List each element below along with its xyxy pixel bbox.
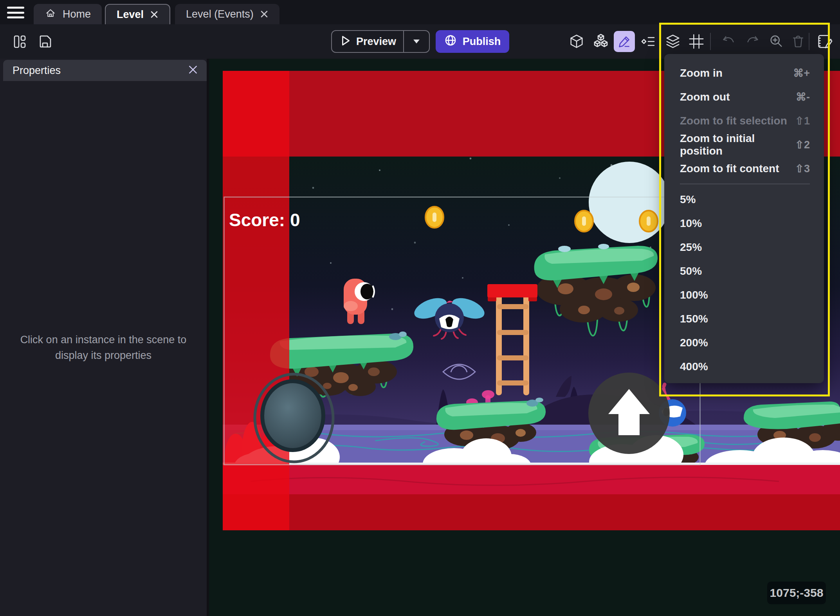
menu-item-zoom-200[interactable]: 200% xyxy=(664,331,824,355)
properties-empty-message: Click on an instance in the scene to dis… xyxy=(0,332,207,363)
properties-panel-header: Properties xyxy=(3,60,207,81)
toolbar-separator xyxy=(710,33,711,50)
level-bound-left xyxy=(223,71,289,530)
menu-item-zoom-10[interactable]: 10% xyxy=(664,211,824,235)
level-bound-bottom xyxy=(223,465,840,530)
redo-icon[interactable] xyxy=(742,31,763,52)
menu-item-zoom-400[interactable]: 400% xyxy=(664,355,824,378)
menu-item-zoom-50[interactable]: 50% xyxy=(664,259,824,283)
tab-home[interactable]: Home xyxy=(34,4,102,24)
preview-label: Preview xyxy=(356,36,396,48)
publish-label: Publish xyxy=(463,36,501,48)
tab-label: Level xyxy=(117,9,144,21)
moon[interactable] xyxy=(589,162,670,243)
menu-item-zoom-100[interactable]: 100% xyxy=(664,283,824,307)
toolbar: Preview Publish xyxy=(0,24,840,59)
score-text: Score: 0 xyxy=(229,210,300,230)
preview-button[interactable]: Preview xyxy=(331,30,430,53)
main-menu-icon[interactable] xyxy=(6,5,25,20)
tab-level[interactable]: Level xyxy=(105,4,170,24)
toggle-panels-icon[interactable] xyxy=(9,31,30,52)
tab-label: Home xyxy=(63,8,91,20)
preview-main[interactable]: Preview xyxy=(332,31,403,52)
home-icon xyxy=(45,7,56,22)
joystick-control[interactable] xyxy=(255,374,333,462)
gdevelop-editor: Home Level Level (Events) xyxy=(0,0,840,616)
save-icon[interactable] xyxy=(34,31,56,52)
object-3d-icon[interactable] xyxy=(566,31,587,52)
close-icon[interactable] xyxy=(188,65,198,76)
zoom-icon[interactable] xyxy=(766,31,787,52)
tab-bar: Home Level Level (Events) xyxy=(0,0,840,24)
cursor-coordinates: 1075;-358 xyxy=(767,582,826,604)
close-icon[interactable] xyxy=(150,10,159,19)
menu-divider xyxy=(680,184,810,184)
instances-list-icon[interactable] xyxy=(637,31,658,52)
layers-icon[interactable] xyxy=(662,31,683,52)
menu-item-zoom-in[interactable]: Zoom in ⌘+ xyxy=(664,61,824,85)
coin[interactable] xyxy=(575,211,593,232)
close-icon[interactable] xyxy=(260,10,269,18)
objects-list-icon[interactable] xyxy=(590,31,611,52)
properties-panel: Properties Click on an instance in the s… xyxy=(0,59,209,616)
menu-item-zoom-150[interactable]: 150% xyxy=(664,307,824,331)
menu-item-zoom-fit-content[interactable]: Zoom to fit content ⇧3 xyxy=(664,157,824,180)
menu-item-zoom-fit-selection[interactable]: Zoom to fit selection ⇧1 xyxy=(664,109,824,133)
publish-button[interactable]: Publish xyxy=(436,30,509,53)
trash-icon[interactable] xyxy=(788,31,809,52)
coin[interactable] xyxy=(640,211,658,232)
play-icon xyxy=(341,35,351,48)
menu-item-zoom-25[interactable]: 25% xyxy=(664,235,824,259)
menu-item-zoom-initial-position[interactable]: Zoom to initial position ⇧2 xyxy=(664,133,824,157)
tab-label: Level (Events) xyxy=(186,8,254,20)
toolbar-separator xyxy=(809,33,809,50)
preview-dropdown[interactable] xyxy=(403,31,429,52)
menu-item-zoom-out[interactable]: Zoom out ⌘- xyxy=(664,85,824,109)
jump-button[interactable] xyxy=(588,373,670,454)
edit-tool-icon[interactable] xyxy=(614,31,635,52)
globe-icon xyxy=(444,34,457,49)
grid-icon[interactable] xyxy=(686,31,707,52)
menu-item-zoom-5[interactable]: 5% xyxy=(664,187,824,211)
tab-level-events[interactable]: Level (Events) xyxy=(175,4,279,24)
scene-properties-icon[interactable] xyxy=(814,31,835,52)
zoom-menu: Zoom in ⌘+ Zoom out ⌘- Zoom to fit selec… xyxy=(664,54,824,383)
chevron-down-icon xyxy=(413,39,420,44)
coin[interactable] xyxy=(425,207,443,228)
properties-title: Properties xyxy=(13,65,188,77)
undo-icon[interactable] xyxy=(718,31,739,52)
